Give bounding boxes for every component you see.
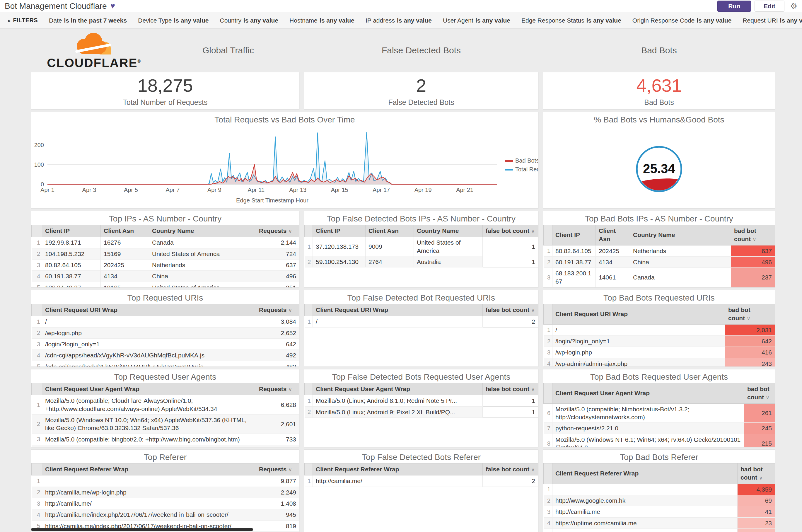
row-number-header: [32, 304, 42, 316]
run-button[interactable]: Run: [717, 1, 751, 12]
cell: 496: [731, 256, 775, 267]
cell: [552, 484, 738, 495]
filters-toggle[interactable]: ▸FILTERS: [8, 17, 38, 24]
row-number-header: [543, 225, 552, 246]
cell: 724: [256, 248, 299, 259]
cell: 2,652: [256, 327, 299, 338]
top-uas-col-client-request-user-agent-wrap[interactable]: Client Request User Agent Wrap: [42, 383, 256, 395]
row-number: 4: [543, 517, 552, 529]
top-ips-col-country-name[interactable]: Country Name: [149, 225, 256, 237]
filter-item-ip-address[interactable]: IP addressis any value: [366, 17, 432, 24]
false-ref-col-false-bot-count[interactable]: false bot count∨: [483, 463, 538, 475]
top-uas-col-requests[interactable]: Requests∨: [256, 383, 299, 395]
top-ref-title: Top Referer: [31, 450, 299, 463]
false-ips-col-client-asn[interactable]: Client Asn: [366, 225, 414, 237]
cell: 237: [731, 268, 775, 287]
table-row: 1http://camilia.me/2: [305, 475, 538, 487]
timeseries-chart[interactable]: 0100200Apr 1Apr 3Apr 5Apr 7Apr 9Apr 11Ap…: [31, 126, 538, 209]
bad-ref-col-bad-bot-count[interactable]: bad bot count∨: [738, 463, 775, 484]
bad-bots-gauge[interactable]: 25.34: [543, 126, 775, 209]
false-uris-title: Top False Detected Bot Requested URIs: [304, 290, 538, 304]
row-number: 5: [543, 529, 552, 532]
cell: 23650: [596, 287, 630, 288]
top-uris-col-client-request-uri-wrap[interactable]: Client Request URI Wrap: [42, 304, 256, 316]
bad-uris-col-bad-bot-count[interactable]: bad bot count∨: [725, 304, 775, 325]
row-number: 1: [32, 316, 42, 327]
false-ips-col-false-bot-count[interactable]: false bot count∨: [483, 225, 538, 237]
false-uris-col-false-bot-count[interactable]: false bot count∨: [483, 304, 538, 316]
x-tick-label: Apr 1: [40, 187, 55, 193]
filter-field: Country: [220, 17, 241, 24]
bad-ips-col-client-ip[interactable]: Client IP: [552, 225, 596, 246]
x-axis-label: Edge Start Timestamp Hour: [236, 197, 308, 204]
series-line-bad-bots[interactable]: [47, 165, 497, 184]
filter-field: Request URI: [743, 17, 778, 24]
top-ips-col-client-ip[interactable]: Client IP: [42, 225, 101, 237]
false-uas-col-client-request-user-agent-wrap[interactable]: Client Request User Agent Wrap: [313, 383, 483, 395]
horizontal-scrollbar[interactable]: [31, 528, 253, 531]
table-row: 2http://www.google.com.hk69: [543, 495, 775, 506]
section-title-false-detected-bots: False Detected Bots: [382, 45, 461, 55]
filter-field: Origin Response Code: [632, 17, 694, 24]
filter-item-edge-response-status[interactable]: Edge Response Statusis any value: [521, 17, 621, 24]
legend-swatch-1: [505, 169, 513, 171]
bad-ips-col-client-asn[interactable]: Client Asn: [596, 225, 630, 246]
top-ref-col-client-request-referer-wrap[interactable]: Client Request Referer Wrap: [42, 463, 256, 475]
row-number: 2: [32, 414, 42, 434]
edit-button[interactable]: Edit: [755, 1, 784, 12]
row-number: 2: [305, 256, 313, 267]
filter-item-date[interactable]: Dateis in the past 7 weeks: [49, 17, 127, 24]
cell: 192.99.8.171: [42, 237, 101, 248]
bad-ips-col-bad-bot-count[interactable]: bad bot count∨: [731, 225, 775, 246]
false-uris-col-client-request-uri-wrap[interactable]: Client Request URI Wrap: [313, 304, 483, 316]
filter-item-request-uri[interactable]: Request URIis any value: [743, 17, 802, 24]
bad-uas-col-bad-bot-count[interactable]: bad bot count∨: [744, 383, 775, 404]
row-number-header: [32, 383, 42, 395]
row-number: 8: [543, 434, 552, 447]
filter-item-hostname[interactable]: Hostnameis any value: [289, 17, 355, 24]
top-ips-col-client-asn[interactable]: Client Asn: [101, 225, 149, 237]
row-number-header: [32, 225, 42, 237]
table-row: 1Mozilla/5.0 (Linux; Android 8.1.0; Redm…: [305, 395, 538, 406]
top-uris-col-requests[interactable]: Requests∨: [256, 304, 299, 316]
false-ips-col-client-ip[interactable]: Client IP: [313, 225, 366, 237]
legend-label-1[interactable]: Total Requests: [515, 166, 538, 173]
cell: 2: [483, 475, 538, 487]
table-row: 1/3,084: [32, 316, 299, 327]
table-row: 260.191.38.774134China496: [543, 256, 775, 267]
false-uas-col-false-bot-count[interactable]: false bot count∨: [483, 383, 538, 395]
legend-label-0[interactable]: Bad Bots: [515, 157, 538, 164]
cell: http://camilia.me/: [313, 475, 483, 487]
sort-desc-icon: ∨: [288, 467, 292, 473]
cell: 483: [256, 361, 299, 367]
filter-item-user-agent[interactable]: User Agentis any value: [443, 17, 510, 24]
filter-item-country[interactable]: Countryis any value: [220, 17, 278, 24]
sort-desc-icon: ∨: [531, 467, 535, 473]
cell: Canada: [149, 237, 256, 248]
top-uas-title: Top Requested User Agents: [31, 369, 299, 383]
top-ips-col-requests[interactable]: Requests∨: [256, 225, 299, 237]
row-number: 3: [543, 506, 552, 517]
bad-ref-col-client-request-referer-wrap[interactable]: Client Request Referer Wrap: [552, 463, 738, 484]
cell: Canada: [630, 268, 731, 287]
row-number: 3: [543, 347, 552, 358]
filter-item-device-type[interactable]: Device Typeis any value: [138, 17, 209, 24]
bad-ref-table: Client Request Referer Wrapbad bot count…: [543, 463, 775, 532]
row-number-header: [305, 463, 313, 475]
sort-desc-icon: ∨: [759, 475, 762, 481]
table-row: 8Mozilla/5.0 (Windows NT 6.1; Win64; x64…: [543, 434, 775, 447]
top-ref-col-requests[interactable]: Requests∨: [256, 463, 299, 475]
series-line-total-requests[interactable]: [47, 132, 497, 184]
cell: http://camilia.me/wp-login.php: [552, 529, 738, 532]
cell: /: [42, 316, 256, 327]
cell: United States of America: [414, 237, 483, 256]
false-ref-col-client-request-referer-wrap[interactable]: Client Request Referer Wrap: [313, 463, 483, 475]
dashboard-board: CLOUDFLARE® Global Traffic False Detecte…: [0, 29, 802, 532]
filter-item-origin-response-code[interactable]: Origin Response Codeis any value: [632, 17, 732, 24]
cloudflare-cloud-icon: [69, 32, 119, 57]
false-ips-col-country-name[interactable]: Country Name: [414, 225, 483, 237]
bad-uris-col-client-request-uri-wrap[interactable]: Client Request URI Wrap: [552, 304, 725, 325]
bad-uas-col-client-request-user-agent-wrap[interactable]: Client Request User Agent Wrap: [552, 383, 744, 404]
gear-icon[interactable]: ⚙: [790, 1, 797, 11]
bad-ips-col-country-name[interactable]: Country Name: [630, 225, 731, 246]
